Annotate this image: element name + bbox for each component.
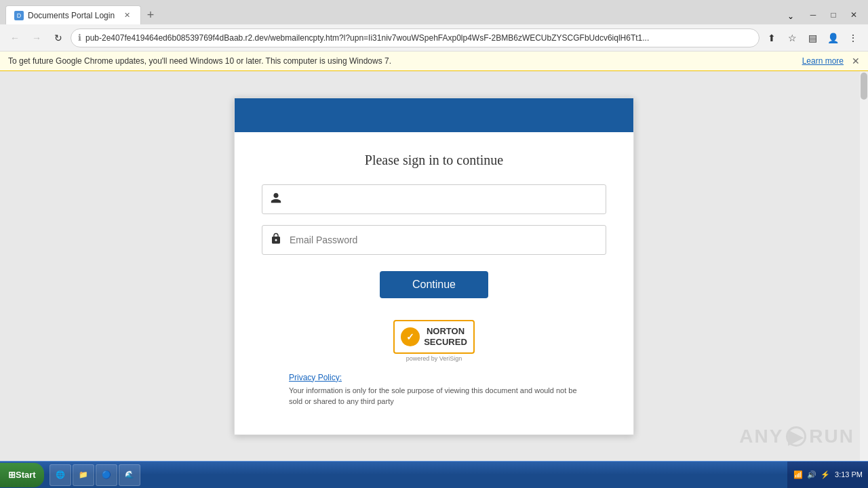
email-icon: [270, 192, 282, 207]
info-bar: To get future Google Chrome updates, you…: [0, 52, 868, 71]
taskbar-item-ie[interactable]: 🌐: [50, 464, 71, 486]
active-tab[interactable]: D Documents Portal Login ✕: [5, 5, 141, 24]
email-input-wrapper: [262, 184, 606, 214]
tab-strip: D Documents Portal Login ✕ +: [0, 5, 783, 24]
address-bar[interactable]: ℹ pub-2e407fe419464ed6b08539769f4dBaab.r…: [71, 28, 760, 47]
tab-close-icon[interactable]: ✕: [121, 10, 132, 21]
continue-button[interactable]: Continue: [380, 271, 488, 298]
taskbar-items: 🌐 📁 🔵 🌊: [47, 462, 787, 488]
forward-button[interactable]: →: [27, 28, 46, 47]
maximize-button[interactable]: □: [825, 8, 842, 22]
info-bar-text: To get future Google Chrome updates, you…: [8, 56, 802, 66]
taskbar-item-folder[interactable]: 📁: [73, 464, 94, 486]
norton-secured-label2: SECURED: [424, 337, 467, 348]
tray-icons: 📶 🔊 ⚡: [793, 470, 831, 481]
tab-favicon: D: [14, 11, 24, 20]
minimize-button[interactable]: ─: [804, 8, 822, 22]
tab-title: Documents Portal Login: [28, 11, 117, 20]
taskbar-tray: 📶 🔊 ⚡ 3:13 PM: [787, 462, 868, 488]
email-input[interactable]: [262, 184, 606, 214]
start-button[interactable]: ⊞ Start: [0, 463, 44, 487]
tab-list-button[interactable]: ⌄: [783, 8, 799, 24]
account-button[interactable]: 👤: [823, 28, 842, 47]
privacy-section: Privacy Policy: Your information is only…: [262, 373, 606, 407]
login-card: Please sign in to continue: [234, 98, 634, 435]
window-controls: ─ □ ✕: [799, 5, 868, 24]
lock-icon: [270, 232, 282, 247]
reader-button[interactable]: ▤: [803, 28, 822, 47]
norton-check-icon: ✓: [401, 327, 420, 346]
bookmark-button[interactable]: ☆: [783, 28, 802, 47]
anyrun-watermark: ANY ▶ RUN: [739, 426, 854, 447]
norton-logo: ✓ NORTON SECURED: [393, 320, 475, 354]
login-body: Please sign in to continue: [235, 132, 633, 434]
watermark-play-icon: ▶: [786, 426, 806, 447]
password-form-group: [262, 225, 606, 255]
norton-secured-label: NORTON: [424, 326, 467, 337]
sign-in-title: Please sign in to continue: [365, 152, 503, 168]
login-header: [235, 98, 633, 132]
norton-text: NORTON SECURED: [424, 326, 467, 347]
taskbar-item-edge[interactable]: 🌊: [119, 464, 140, 486]
nav-actions: ⬆ ☆ ▤ 👤 ⋮: [762, 28, 863, 47]
nav-bar: ← → ↻ ℹ pub-2e407fe419464ed6b08539769f4d…: [0, 24, 868, 52]
address-text: pub-2e407fe419464ed6b08539769f4dBaab.r2.…: [85, 33, 752, 43]
tray-volume-icon: 🔊: [806, 470, 817, 481]
email-form-group: [262, 184, 606, 214]
learn-more-link[interactable]: Learn more: [802, 56, 844, 66]
menu-button[interactable]: ⋮: [844, 28, 863, 47]
password-input[interactable]: [262, 225, 606, 255]
privacy-text: Your information is only for the sole pu…: [289, 385, 579, 407]
scrollbar-thumb[interactable]: [861, 73, 867, 100]
page-content: Please sign in to continue: [0, 71, 868, 461]
share-button[interactable]: ⬆: [762, 28, 781, 47]
verisign-text: powered by VeriSign: [406, 355, 462, 362]
back-button[interactable]: ←: [5, 28, 24, 47]
privacy-link[interactable]: Privacy Policy:: [289, 373, 579, 382]
chrome-window: D Documents Portal Login ✕ + ⌄ ─ □ ✕ ← →…: [0, 0, 868, 461]
title-bar: D Documents Portal Login ✕ + ⌄ ─ □ ✕: [0, 0, 868, 24]
close-button[interactable]: ✕: [845, 8, 863, 22]
password-input-wrapper: [262, 225, 606, 255]
info-bar-close[interactable]: ✕: [852, 56, 860, 66]
norton-badge: ✓ NORTON SECURED powered by VeriSign: [393, 320, 475, 362]
system-clock: 3:13 PM: [835, 470, 863, 480]
tray-battery-icon: ⚡: [820, 470, 831, 481]
reload-button[interactable]: ↻: [49, 28, 68, 47]
taskbar: ⊞ Start 🌐 📁 🔵 🌊 📶 🔊 ⚡ 3:13 PM: [0, 461, 868, 488]
scrollbar[interactable]: [860, 71, 868, 461]
new-tab-button[interactable]: +: [141, 5, 160, 24]
taskbar-item-chrome[interactable]: 🔵: [96, 464, 117, 486]
tray-network-icon: 📶: [793, 470, 804, 481]
